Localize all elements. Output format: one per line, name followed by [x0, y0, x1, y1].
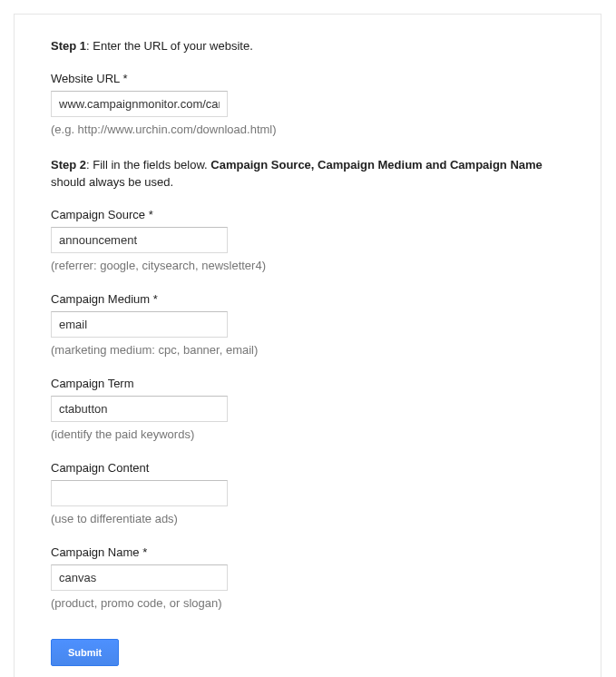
campaign-term-group: Campaign Term (identify the paid keyword…	[51, 377, 564, 441]
submit-button[interactable]: Submit	[51, 639, 119, 666]
campaign-term-label: Campaign Term	[51, 377, 564, 390]
form-container: Step 1: Enter the URL of your website. W…	[14, 14, 601, 677]
step2-desc1: : Fill in the fields below.	[86, 158, 210, 172]
website-url-group: Website URL * (e.g. http://www.urchin.co…	[51, 72, 564, 136]
step1-text: Step 1: Enter the URL of your website.	[51, 37, 564, 55]
campaign-name-label: Campaign Name *	[51, 545, 564, 559]
campaign-term-hint: (identify the paid keywords)	[51, 427, 564, 441]
website-url-hint: (e.g. http://www.urchin.com/download.htm…	[51, 123, 564, 136]
step1-prefix: Step 1	[51, 39, 86, 53]
campaign-source-label: Campaign Source *	[51, 208, 564, 221]
website-url-label: Website URL *	[51, 72, 564, 85]
campaign-content-hint: (use to differentiate ads)	[51, 512, 564, 525]
step1-desc: : Enter the URL of your website.	[86, 39, 253, 53]
step2-desc2: should always be used.	[51, 175, 173, 189]
campaign-name-hint: (product, promo code, or slogan)	[51, 596, 564, 610]
website-url-input[interactable]	[51, 91, 228, 117]
step2-text: Step 2: Fill in the fields below. Campai…	[51, 156, 564, 191]
campaign-medium-label: Campaign Medium *	[51, 292, 564, 306]
campaign-source-group: Campaign Source * (referrer: google, cit…	[51, 208, 564, 272]
campaign-name-group: Campaign Name * (product, promo code, or…	[51, 545, 564, 610]
step2-prefix: Step 2	[51, 158, 86, 172]
step2-bold: Campaign Source, Campaign Medium and Cam…	[210, 158, 543, 172]
campaign-content-group: Campaign Content (use to differentiate a…	[51, 461, 564, 525]
campaign-content-input[interactable]	[51, 480, 228, 506]
campaign-source-input[interactable]	[51, 227, 228, 253]
campaign-term-input[interactable]	[51, 396, 228, 422]
campaign-medium-hint: (marketing medium: cpc, banner, email)	[51, 343, 564, 357]
campaign-source-hint: (referrer: google, citysearch, newslette…	[51, 259, 564, 272]
campaign-name-input[interactable]	[51, 564, 228, 591]
campaign-content-label: Campaign Content	[51, 461, 564, 475]
campaign-medium-group: Campaign Medium * (marketing medium: cpc…	[51, 292, 564, 357]
campaign-medium-input[interactable]	[51, 311, 228, 338]
